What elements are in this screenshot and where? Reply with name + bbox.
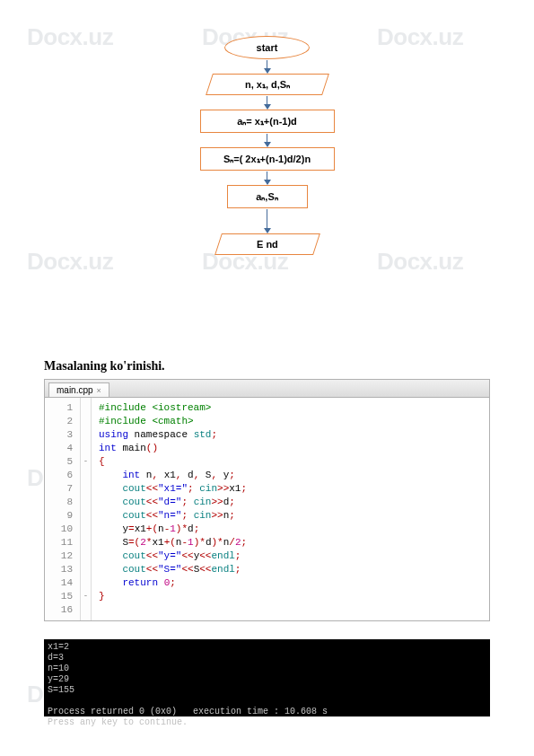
- code-content[interactable]: #include <iostream>#include <cmath>using…: [92, 398, 247, 620]
- flow-arrow-icon: [267, 60, 268, 73]
- flow-end: E nd: [214, 233, 320, 255]
- code-editor: main.cpp × 12345678910111213141516 -- #i…: [44, 379, 490, 621]
- flowchart: start n, x₁, d,Sₙ aₙ= x₁+(n-1)d Sₙ=( 2x₁…: [184, 36, 350, 255]
- tab-label: main.cpp: [57, 385, 93, 395]
- flow-arrow-icon: [267, 96, 268, 109]
- close-icon[interactable]: ×: [97, 386, 101, 395]
- flow-start: start: [224, 36, 310, 59]
- flow-process-1: aₙ= x₁+(n-1)d: [200, 110, 335, 133]
- section-title: Masalaning ko'rinishi.: [44, 359, 165, 374]
- fold-column: --: [81, 398, 92, 620]
- watermark: Docx.uz: [377, 248, 463, 276]
- watermark: Docx.uz: [27, 248, 113, 276]
- flow-output: aₙ,Sₙ: [227, 185, 308, 208]
- line-gutter: 12345678910111213141516: [45, 398, 81, 620]
- console-output: x1=2 d=3 n=10 y=29 S=155 Process returne…: [44, 639, 490, 716]
- flow-process-2: Sₙ=( 2x₁+(n-1)d/2)n: [200, 147, 335, 171]
- flow-arrow-icon: [267, 209, 268, 233]
- watermark: Docx.uz: [377, 23, 463, 51]
- watermark: Docx.uz: [27, 23, 113, 51]
- flow-input: n, x₁, d,Sₙ: [206, 74, 329, 95]
- tab-bar: main.cpp ×: [45, 380, 489, 398]
- tab-main-cpp[interactable]: main.cpp ×: [48, 382, 109, 397]
- flow-arrow-icon: [267, 171, 268, 184]
- flow-arrow-icon: [267, 134, 268, 146]
